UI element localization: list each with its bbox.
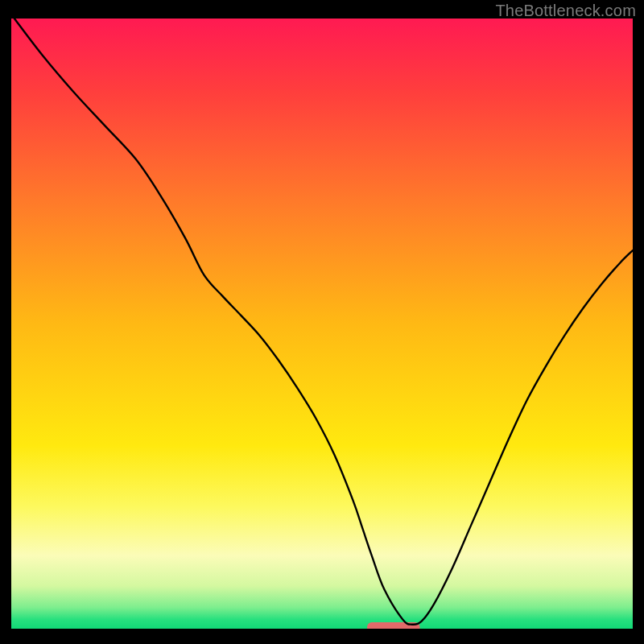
bottleneck-chart: [11, 19, 633, 629]
attribution-text: TheBottleneck.com: [495, 2, 636, 20]
gradient-background: [11, 19, 633, 629]
optimal-zone-marker: [367, 622, 420, 629]
plot-area: [11, 19, 633, 629]
chart-frame: TheBottleneck.com: [0, 0, 644, 644]
